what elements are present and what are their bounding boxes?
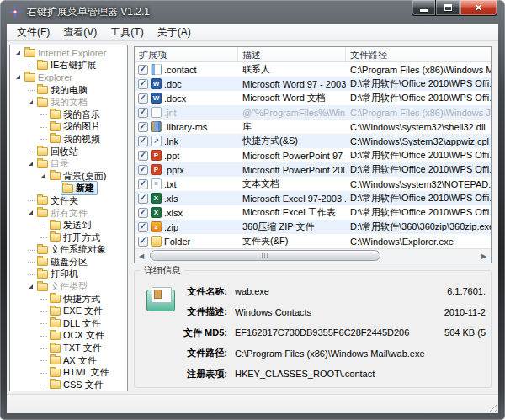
row-checkbox[interactable] — [138, 93, 148, 104]
folder-icon — [50, 380, 61, 389]
tree-item[interactable]: Internet Explorer — [10, 47, 127, 60]
blank-file-icon — [151, 107, 162, 118]
row-checkbox[interactable] — [138, 165, 148, 175]
tree-item[interactable]: 磁盘分区 — [10, 256, 127, 268]
expand-arrow-icon[interactable] — [27, 209, 35, 217]
list-row[interactable]: X.xlsxMicrosoft Excel 工作表D:\常用软件\Office … — [135, 205, 491, 220]
row-checkbox[interactable] — [138, 65, 148, 75]
tree-item[interactable]: 我的图片 — [10, 121, 127, 134]
tree-item[interactable]: 我的视频 — [10, 133, 127, 146]
tree-item[interactable]: OCX 文件 — [10, 330, 127, 343]
minimize-button[interactable] — [412, 0, 436, 16]
tree-connector — [27, 147, 35, 156]
tree-item[interactable]: HTML 文件 — [10, 366, 127, 379]
tree-item-label: Internet Explorer — [38, 48, 106, 58]
expand-arrow-icon[interactable] — [27, 283, 35, 291]
maximize-button[interactable] — [436, 0, 460, 16]
column-header-extension[interactable]: 扩展项 — [135, 47, 238, 61]
list-row[interactable]: .contact联系人C:\Program Files (x86)\Window… — [135, 62, 491, 77]
details-field-value: HKEY_CLASSES_ROOT\.contact — [235, 369, 486, 379]
expand-arrow-icon[interactable] — [27, 98, 35, 107]
tree-item[interactable]: 目录 — [10, 157, 127, 170]
tree-item[interactable]: EXE 文件 — [10, 305, 127, 317]
expand-arrow-icon[interactable] — [40, 172, 48, 180]
extension-description: Microsoft Word 文档 — [238, 92, 346, 104]
horizontal-scrollbar[interactable]: ◀ ▶ — [135, 248, 491, 263]
tree-item[interactable]: 我的音乐 — [10, 109, 127, 121]
list-row[interactable]: z.zip360压缩 ZIP 文件D:\常用软件\360\360zip\360z… — [135, 220, 491, 234]
tree-item[interactable]: 回收站 — [10, 146, 127, 158]
menu-bar: 文件(F) 查看(V) 工具(T) 关于(A) — [7, 24, 498, 41]
row-checkbox[interactable] — [138, 222, 148, 232]
tree-item[interactable]: IE右键扩展 — [10, 60, 127, 72]
tree-item[interactable]: 背景(桌面) — [10, 170, 127, 183]
tree-item[interactable]: 发送到 — [10, 219, 127, 231]
tree-item-label: 发送到 — [63, 219, 91, 231]
row-checkbox[interactable] — [138, 194, 148, 204]
tree-item[interactable]: 我的电脑 — [10, 84, 127, 97]
tree-item-label: 我的视频 — [63, 133, 100, 146]
menu-item-file[interactable]: 文件(F) — [10, 24, 56, 41]
tree-item[interactable]: 文件夹 — [10, 194, 127, 207]
tree-item[interactable]: 文件类型 — [10, 280, 127, 293]
row-checkbox[interactable] — [138, 237, 148, 247]
tree-item[interactable]: CSS 文件 — [10, 379, 127, 391]
tree-item-label: 目录 — [50, 157, 69, 170]
extension-description: 文件夹(&F) — [238, 235, 346, 247]
caption-buttons: ✕ — [412, 0, 497, 16]
folder-icon — [151, 236, 162, 247]
ppt-file-icon: P — [151, 164, 162, 175]
tree-item[interactable]: TXT 文件 — [10, 342, 127, 354]
menu-item-view[interactable]: 查看(V) — [56, 24, 104, 41]
tree-item[interactable]: DLL 文件 — [10, 317, 127, 330]
tree-item[interactable]: 打印机 — [10, 268, 127, 281]
list-row[interactable]: .jnt@"%ProgramFiles%\Win...C:\Program Fi… — [135, 105, 491, 120]
tree-item[interactable]: 新建 — [10, 183, 127, 195]
tree-connector — [40, 135, 48, 143]
details-field-extra: 6.1.7601. — [447, 286, 486, 296]
extension-name: .contact — [164, 65, 197, 75]
list-row[interactable]: ↗.lnk快捷方式(&S)C:\Windows\System32\appwiz.… — [135, 134, 491, 148]
expand-arrow-icon[interactable] — [14, 49, 23, 57]
list-row[interactable]: P.pptxMicrosoft PowerPoint 200...D:\常用软件… — [135, 162, 491, 177]
list-row[interactable]: P.pptMicrosoft PowerPoint 97-...D:\常用软件\… — [135, 148, 491, 162]
list-row[interactable]: ≡.txt文本文档C:\Windows\system32\NOTEPAD.EXE — [135, 177, 491, 191]
list-row[interactable]: .library-ms库C:\Windows\system32\shell32.… — [135, 120, 491, 134]
menu-item-about[interactable]: 关于(A) — [151, 24, 198, 41]
resize-grip-icon[interactable] — [486, 401, 497, 412]
column-header-description[interactable]: 描述 — [238, 47, 346, 61]
tree-item[interactable]: Explorer — [10, 72, 127, 84]
scroll-left-icon[interactable]: ◀ — [135, 249, 148, 263]
extension-name: .library-ms — [164, 122, 207, 132]
tree-item[interactable]: 我的文档 — [10, 96, 127, 109]
row-checkbox[interactable] — [138, 122, 148, 132]
row-checkbox[interactable] — [138, 179, 148, 189]
row-checkbox[interactable] — [138, 136, 148, 146]
row-checkbox[interactable] — [138, 108, 148, 118]
expand-arrow-icon[interactable] — [14, 73, 23, 82]
close-button[interactable]: ✕ — [460, 0, 497, 16]
menu-item-tools[interactable]: 工具(T) — [104, 24, 150, 41]
tree-item[interactable]: 文件系统对象 — [10, 244, 127, 257]
list-row[interactable]: W.docxMicrosoft Word 文档D:\常用软件\Office 20… — [135, 91, 491, 105]
expand-arrow-icon[interactable] — [27, 160, 35, 168]
extension-name: .ppt — [164, 151, 179, 161]
scrollbar-track[interactable] — [148, 249, 477, 263]
row-checkbox[interactable] — [138, 208, 148, 218]
tree-item[interactable]: 所有文件 — [10, 207, 127, 220]
scrollbar-thumb[interactable] — [150, 250, 380, 261]
extension-name: .docx — [164, 93, 186, 104]
list-row[interactable]: Folder文件夹(&F)C:\Windows\Explorer.exe — [135, 234, 491, 248]
extension-name: .jnt — [164, 108, 177, 118]
row-checkbox[interactable] — [138, 79, 148, 89]
row-checkbox[interactable] — [138, 151, 148, 161]
extension-description: 文本文档 — [238, 178, 346, 190]
tree-item[interactable]: 快捷方式 — [10, 293, 127, 306]
tree-item[interactable]: AX 文件 — [10, 354, 127, 367]
folder-icon — [37, 86, 48, 94]
column-header-path[interactable]: 文件路径 — [346, 47, 491, 61]
tree-item[interactable]: 打开方式 — [10, 231, 127, 244]
list-row[interactable]: W.docMicrosoft Word 97 - 2003...D:\常用软件\… — [135, 77, 491, 91]
scroll-right-icon[interactable]: ▶ — [477, 249, 491, 263]
list-row[interactable]: X.xlsMicrosoft Excel 97-2003 ...D:\常用软件\… — [135, 191, 491, 205]
